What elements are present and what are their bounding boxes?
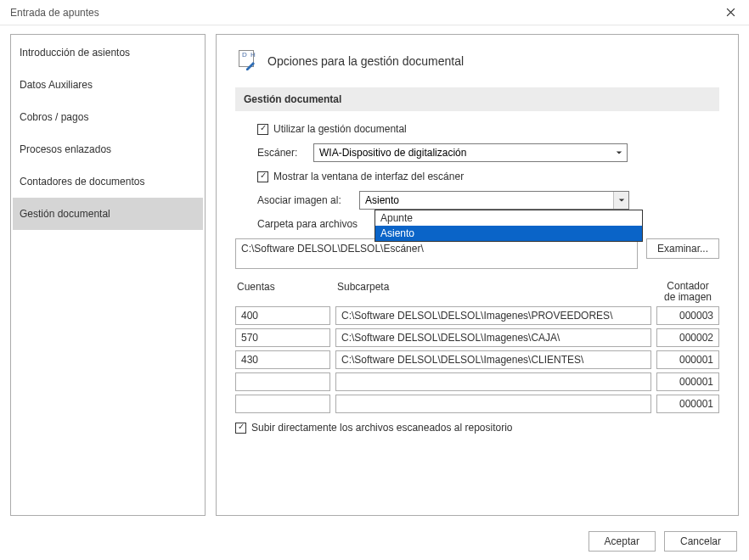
contador-cell[interactable]: 000001: [656, 395, 719, 413]
carpeta-path-field[interactable]: C:\Software DELSOL\DELSOL\Escáner\: [235, 238, 638, 269]
chevron-down-icon: [611, 144, 627, 161]
table-row: 400 C:\Software DELSOL\DELSOL\Imagenes\P…: [235, 306, 719, 325]
asociar-option-asiento[interactable]: Asiento: [375, 226, 642, 241]
checkbox-label: Utilizar la gestión documental: [273, 123, 407, 135]
option-label: Apunte: [380, 212, 413, 224]
group-header: Gestión documental: [235, 87, 719, 111]
cell-text: 000003: [679, 310, 713, 322]
contador-cell[interactable]: 000003: [656, 306, 719, 325]
cell-text: 000001: [679, 354, 713, 366]
sidebar-item-label: Datos Auxiliares: [20, 79, 93, 91]
table-row: 430 C:\Software DELSOL\DELSOL\Imagenes\C…: [235, 350, 719, 369]
subcarpeta-cell[interactable]: [335, 372, 651, 391]
titlebar: Entrada de apuntes: [0, 0, 749, 25]
cell-text: 430: [241, 354, 258, 366]
th-cuentas: Cuentas: [235, 281, 335, 303]
asociar-dropdown[interactable]: Apunte Asiento: [374, 210, 643, 242]
table-row: 000001: [235, 372, 719, 391]
sidebar-item-cobros-pagos[interactable]: Cobros / pagos: [13, 101, 203, 133]
cell-text: 000001: [679, 398, 713, 410]
dialog-footer: Aceptar Cancelar: [0, 523, 749, 560]
th-contador-l2: de imagen: [656, 292, 719, 303]
button-label: Aceptar: [605, 535, 639, 547]
scanner-label: Escáner:: [257, 147, 307, 159]
sidebar-item-label: Introducción de asientos: [20, 47, 130, 59]
cell-text: C:\Software DELSOL\DELSOL\Imagenes\CAJA\: [341, 332, 560, 344]
accept-button[interactable]: Aceptar: [588, 531, 656, 552]
sidebar-item-label: Gestión documental: [20, 208, 110, 220]
th-subcarpeta: Subcarpeta: [335, 281, 656, 303]
subcarpeta-cell[interactable]: C:\Software DELSOL\DELSOL\Imagenes\CLIEN…: [335, 350, 651, 369]
sidebar-item-label: Contadores de documentos: [20, 176, 144, 188]
carpeta-path-text: C:\Software DELSOL\DELSOL\Escáner\: [241, 243, 424, 255]
asociar-option-apunte[interactable]: Apunte: [375, 210, 642, 226]
sidebar: Introducción de asientos Datos Auxiliare…: [10, 34, 206, 516]
asociar-input[interactable]: [360, 192, 613, 209]
cell-text: 570: [241, 332, 258, 344]
cuentas-cell[interactable]: 400: [235, 306, 330, 325]
upload-repo-checkbox[interactable]: Subir directamente los archivos escanead…: [235, 422, 719, 434]
cuentas-cell[interactable]: [235, 395, 330, 413]
panel: D H Opciones para la gestión documental …: [216, 34, 739, 516]
sidebar-item-procesos-enlazados[interactable]: Procesos enlazados: [13, 133, 203, 165]
window-title: Entrada de apuntes: [10, 7, 99, 19]
sidebar-item-introduccion[interactable]: Introducción de asientos: [13, 36, 203, 69]
subcarpeta-cell[interactable]: C:\Software DELSOL\DELSOL\Imagenes\PROVE…: [335, 306, 651, 325]
button-label: Examinar...: [657, 243, 708, 255]
sidebar-item-label: Cobros / pagos: [20, 111, 88, 123]
scanner-input[interactable]: [314, 144, 611, 161]
checkbox-label: Subir directamente los archivos escanead…: [251, 422, 513, 434]
button-label: Cancelar: [680, 535, 721, 547]
sidebar-item-datos-auxiliares[interactable]: Datos Auxiliares: [13, 69, 203, 101]
browse-button[interactable]: Examinar...: [646, 238, 719, 259]
contador-cell[interactable]: 000001: [656, 372, 719, 391]
contador-cell[interactable]: 000002: [656, 328, 719, 347]
cell-text: 000002: [679, 332, 713, 344]
subcarpeta-cell[interactable]: [335, 395, 651, 413]
contador-cell[interactable]: 000001: [656, 350, 719, 369]
option-label: Asiento: [380, 227, 414, 239]
scanner-combo[interactable]: [313, 143, 628, 162]
checkbox-box-icon: [257, 171, 268, 182]
cell-text: 400: [241, 310, 258, 322]
cuentas-cell[interactable]: 430: [235, 350, 330, 369]
chevron-down-icon: [613, 192, 628, 209]
subcarpeta-cell[interactable]: C:\Software DELSOL\DELSOL\Imagenes\CAJA\: [335, 328, 651, 347]
sidebar-item-contadores-documentos[interactable]: Contadores de documentos: [13, 165, 203, 198]
checkbox-label: Mostrar la ventana de interfaz del escán…: [273, 171, 464, 182]
cell-text: 000001: [679, 376, 713, 388]
cell-text: C:\Software DELSOL\DELSOL\Imagenes\CLIEN…: [341, 354, 583, 366]
document-pencil-icon: D H: [235, 50, 257, 72]
carpeta-label: Carpeta para archivos: [257, 218, 358, 230]
show-scanner-ui-checkbox[interactable]: Mostrar la ventana de interfaz del escán…: [257, 171, 464, 182]
asociar-combo[interactable]: [359, 191, 629, 210]
cuentas-cell[interactable]: [235, 372, 330, 391]
sidebar-item-gestion-documental[interactable]: Gestión documental: [13, 198, 203, 230]
checkbox-box-icon: [257, 124, 268, 135]
sidebar-item-label: Procesos enlazados: [20, 143, 111, 155]
use-gestion-checkbox[interactable]: Utilizar la gestión documental: [257, 123, 407, 135]
accounts-table: Cuentas Subcarpeta Contador de imagen 40…: [235, 281, 719, 413]
asociar-label: Asociar imagen al:: [257, 194, 352, 206]
cuentas-cell[interactable]: 570: [235, 328, 330, 347]
cancel-button[interactable]: Cancelar: [664, 531, 737, 552]
table-row: 570 C:\Software DELSOL\DELSOL\Imagenes\C…: [235, 328, 719, 347]
panel-title: Opciones para la gestión documental: [268, 54, 464, 68]
checkbox-box-icon: [235, 423, 246, 434]
cell-text: C:\Software DELSOL\DELSOL\Imagenes\PROVE…: [341, 310, 612, 322]
close-button[interactable]: [712, 0, 749, 25]
table-row: 000001: [235, 395, 719, 413]
th-contador: Contador de imagen: [656, 281, 719, 303]
close-icon: [726, 8, 735, 17]
